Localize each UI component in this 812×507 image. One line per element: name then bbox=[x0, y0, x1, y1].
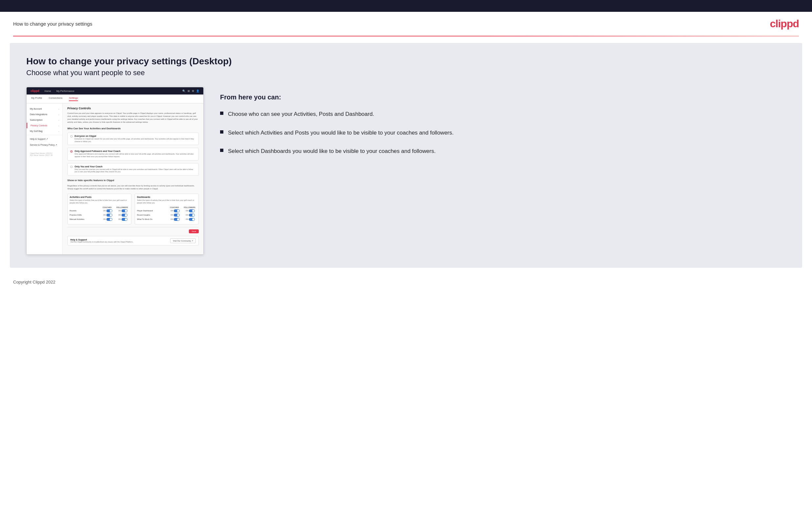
activities-headers: COACHES FOLLOWERS bbox=[70, 207, 129, 208]
app-nav-home: Home bbox=[45, 90, 51, 93]
rounds-followers-toggle[interactable]: ON bbox=[117, 209, 129, 212]
sidebar-label-subscription: Subscription bbox=[30, 119, 43, 121]
round-insights-label: Round Insights bbox=[137, 214, 150, 216]
sidebar-golf-bag[interactable]: My Golf Bag › bbox=[27, 128, 62, 134]
page-subheading: Choose what you want people to see bbox=[26, 69, 786, 77]
footer: Copyright Clippd 2022 bbox=[0, 274, 812, 290]
manual-coaches-toggle[interactable]: ON bbox=[101, 218, 114, 221]
app-subnav: My Profile Connections Settings bbox=[27, 95, 203, 103]
sidebar-privacy-controls[interactable]: Privacy Controls › bbox=[27, 123, 62, 128]
radio-title-you: Only You and Your Coach bbox=[74, 165, 196, 168]
player-dash-toggles: ON ON bbox=[169, 209, 196, 212]
player-dash-coaches-toggle[interactable]: ON bbox=[169, 209, 181, 212]
what-to-work-toggles: ON ON bbox=[169, 218, 196, 221]
sidebar-label-help: Help & Support ↗ bbox=[30, 138, 48, 140]
sidebar-label-golf-bag: My Golf Bag bbox=[30, 130, 43, 132]
sidebar-data-integrations[interactable]: Data Integrations › bbox=[27, 112, 62, 117]
sidebar-version: Clippd Client Version: 2022.8.2SQL Serve… bbox=[27, 151, 62, 157]
app-nav-performance: My Performance bbox=[56, 90, 74, 93]
activities-posts-desc: Select the types of activity that you'd … bbox=[70, 199, 129, 204]
round-insights-followers-toggle[interactable]: ON bbox=[184, 214, 196, 217]
dashboards-table: Dashboards Select the types of activity … bbox=[135, 193, 199, 224]
app-sidebar: My Account › Data Integrations › Subscri… bbox=[27, 103, 63, 254]
subnav-profile[interactable]: My Profile bbox=[31, 97, 42, 101]
save-button[interactable]: Save bbox=[189, 229, 199, 233]
bullet-square-2 bbox=[220, 130, 223, 133]
bullet-square-3 bbox=[220, 149, 223, 152]
manual-followers-pill[interactable] bbox=[121, 218, 128, 221]
round-insights-coaches-pill[interactable] bbox=[174, 214, 180, 217]
player-dash-followers-toggle[interactable]: ON bbox=[184, 209, 196, 212]
practice-followers-toggle[interactable]: ON bbox=[117, 214, 129, 217]
dash-coaches-header: COACHES bbox=[168, 207, 181, 208]
visit-community-button[interactable]: Visit Our Community ↗ bbox=[170, 238, 196, 243]
radio-you-coach[interactable]: Only You and Your Coach Only you and the… bbox=[67, 163, 199, 176]
chevron-icon-active: › bbox=[58, 125, 59, 127]
copyright: Copyright Clippd 2022 bbox=[13, 280, 55, 284]
what-to-work-followers-toggle[interactable]: ON bbox=[184, 218, 196, 221]
subnav-settings[interactable]: Settings bbox=[69, 97, 78, 101]
radio-desc-followers: Only approved followers and coaches you … bbox=[74, 153, 196, 158]
settings-icon: ⚙ bbox=[192, 90, 194, 93]
sidebar-label-privacy-controls: Privacy Controls bbox=[31, 124, 47, 127]
screenshot-container: clippd Home My Performance 🔍 ⊞ ⚙ 👤 My Pr… bbox=[26, 87, 204, 255]
manual-toggles: ON ON bbox=[101, 218, 129, 221]
radio-content-followers: Only Approved Followers and Your Coach O… bbox=[74, 150, 196, 158]
bullet-item-1: Choose who can see your Activities, Post… bbox=[220, 110, 786, 118]
activities-posts-title: Activities and Posts bbox=[70, 196, 129, 198]
what-to-work-followers-pill[interactable] bbox=[189, 218, 195, 221]
sidebar-label-my-account: My Account bbox=[30, 108, 42, 110]
rounds-coaches-toggle[interactable]: ON bbox=[101, 209, 114, 212]
player-dash-label: Player Dashboard bbox=[137, 210, 153, 212]
right-column: From here you can: Choose who can see yo… bbox=[220, 87, 786, 156]
sidebar-help-support[interactable]: Help & Support ↗ bbox=[27, 136, 62, 142]
manual-label: Manual Activities bbox=[70, 218, 85, 220]
chevron-icon: › bbox=[58, 108, 59, 110]
manual-coaches-pill[interactable] bbox=[106, 218, 112, 221]
round-insights-followers-pill[interactable] bbox=[189, 214, 195, 217]
activities-posts-table: Activities and Posts Select the types of… bbox=[67, 193, 132, 224]
save-row: Save bbox=[67, 227, 199, 233]
toggle-row-rounds: Rounds ON ON bbox=[70, 209, 129, 212]
practice-followers-pill[interactable] bbox=[121, 214, 128, 217]
bullet-item-2: Select which Activities and Posts you wo… bbox=[220, 129, 786, 137]
what-to-work-coaches-toggle[interactable]: ON bbox=[169, 218, 181, 221]
rounds-followers-on: ON bbox=[118, 210, 121, 212]
radio-followers-coach[interactable]: Only Approved Followers and Your Coach O… bbox=[67, 148, 199, 160]
app-body: My Account › Data Integrations › Subscri… bbox=[27, 103, 203, 254]
player-dash-coaches-pill[interactable] bbox=[174, 209, 180, 212]
what-to-work-coaches-pill[interactable] bbox=[174, 218, 180, 221]
rounds-coaches-pill[interactable] bbox=[106, 209, 112, 212]
chevron-icon: › bbox=[58, 114, 59, 115]
toggle-row-what-to-work: What To Work On ON ON bbox=[137, 218, 196, 221]
page-title: How to change your privacy settings bbox=[13, 21, 92, 26]
bullet-text-1: Choose who can see your Activities, Post… bbox=[228, 110, 374, 118]
sidebar-privacy-policy[interactable]: Service & Privacy Policy ↗ bbox=[27, 142, 62, 148]
bullet-square-1 bbox=[220, 112, 223, 115]
bullet-text-3: Select which Dashboards you would like t… bbox=[228, 147, 436, 156]
manual-followers-toggle[interactable]: ON bbox=[117, 218, 129, 221]
chevron-icon: › bbox=[58, 130, 59, 132]
practice-coaches-pill[interactable] bbox=[106, 214, 112, 217]
two-column-layout: clippd Home My Performance 🔍 ⊞ ⚙ 👤 My Pr… bbox=[26, 87, 786, 255]
sidebar-my-account[interactable]: My Account › bbox=[27, 106, 62, 112]
logo: clippd bbox=[770, 18, 799, 30]
sidebar-subscription[interactable]: Subscription › bbox=[27, 117, 62, 123]
sidebar-label-privacy: Service & Privacy Policy ↗ bbox=[30, 144, 57, 146]
round-insights-toggles: ON ON bbox=[169, 214, 196, 217]
toggle-row-manual: Manual Activities ON ON bbox=[70, 218, 129, 221]
subnav-connections[interactable]: Connections bbox=[49, 97, 62, 101]
radio-everyone[interactable]: Everyone on Clippd Everyone on Clippd ca… bbox=[67, 132, 199, 145]
header: How to change your privacy settings clip… bbox=[0, 12, 812, 36]
sidebar-divider bbox=[27, 135, 62, 135]
round-insights-coaches-toggle[interactable]: ON bbox=[169, 214, 181, 217]
radio-desc-everyone: Everyone on Clippd can search for you an… bbox=[74, 138, 196, 143]
toggle-section: Activities and Posts Select the types of… bbox=[67, 193, 199, 224]
player-dash-followers-pill[interactable] bbox=[189, 209, 195, 212]
toggle-row-round-insights: Round Insights ON ON bbox=[137, 214, 196, 217]
from-here-title: From here you can: bbox=[220, 94, 786, 101]
practice-coaches-toggle[interactable]: ON bbox=[101, 214, 114, 217]
grid-icon: ⊞ bbox=[188, 90, 190, 93]
app-main-panel: Privacy Controls Control how you and you… bbox=[63, 103, 203, 254]
rounds-followers-pill[interactable] bbox=[121, 209, 128, 212]
